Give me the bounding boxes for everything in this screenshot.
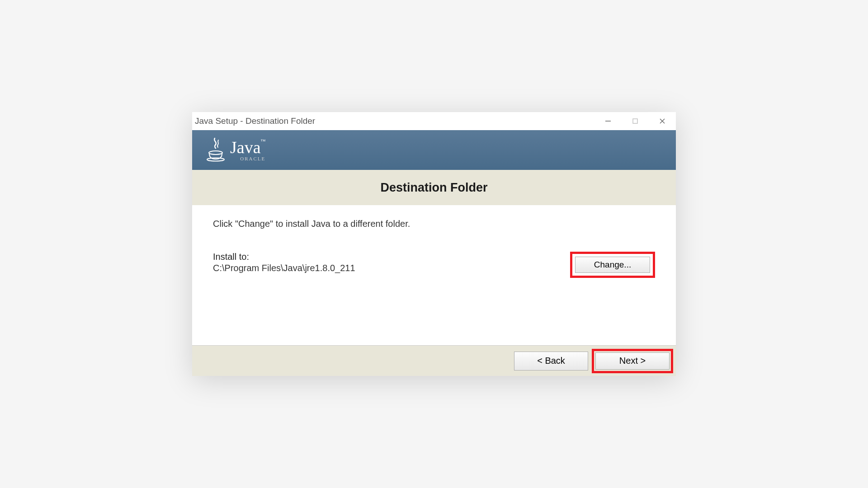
change-highlight: Change... xyxy=(570,252,655,278)
heading-bar: Destination Folder xyxy=(192,170,676,205)
install-label: Install to: xyxy=(213,252,355,262)
window-title: Java Setup - Destination Folder xyxy=(195,116,594,126)
titlebar: Java Setup - Destination Folder xyxy=(192,112,676,130)
content-area: Click "Change" to install Java to a diff… xyxy=(192,205,676,345)
next-button[interactable]: Next > xyxy=(595,352,670,370)
next-highlight: Next > xyxy=(592,349,673,373)
coffee-cup-icon xyxy=(206,137,226,163)
change-button[interactable]: Change... xyxy=(575,257,650,273)
minimize-icon[interactable] xyxy=(594,112,622,130)
close-icon[interactable] xyxy=(649,112,676,130)
footer: < Back Next > xyxy=(192,345,676,376)
instruction-text: Click "Change" to install Java to a diff… xyxy=(213,219,655,229)
window-controls xyxy=(594,112,676,130)
logo-name: Java™ xyxy=(230,139,265,156)
install-path: C:\Program Files\Java\jre1.8.0_211 xyxy=(213,263,355,273)
install-row: Install to: C:\Program Files\Java\jre1.8… xyxy=(213,252,655,278)
svg-rect-1 xyxy=(633,119,637,123)
page-heading: Destination Folder xyxy=(380,181,487,195)
java-logo: Java™ ORACLE xyxy=(206,137,265,163)
maximize-icon[interactable] xyxy=(622,112,649,130)
svg-point-4 xyxy=(209,151,222,155)
banner: Java™ ORACLE xyxy=(192,130,676,170)
back-button[interactable]: < Back xyxy=(514,352,588,371)
installer-window: Java Setup - Destination Folder Jav xyxy=(192,112,676,376)
install-info: Install to: C:\Program Files\Java\jre1.8… xyxy=(213,252,355,273)
